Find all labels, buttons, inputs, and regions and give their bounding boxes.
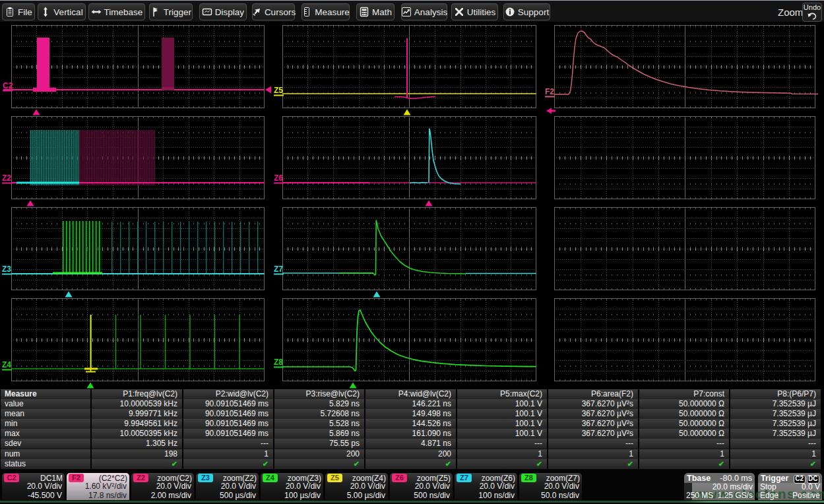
svg-text:Z8: Z8	[274, 358, 283, 367]
svg-text:Z6: Z6	[274, 173, 283, 183]
svg-text:Z4: Z4	[2, 360, 11, 369]
svg-text:Z7: Z7	[274, 265, 283, 274]
svg-text:F2: F2	[545, 87, 554, 96]
svg-text:Z3: Z3	[2, 265, 11, 274]
svg-text:C2: C2	[3, 81, 13, 90]
svg-text:Z5: Z5	[274, 86, 283, 95]
svg-text:Z2: Z2	[2, 173, 11, 183]
